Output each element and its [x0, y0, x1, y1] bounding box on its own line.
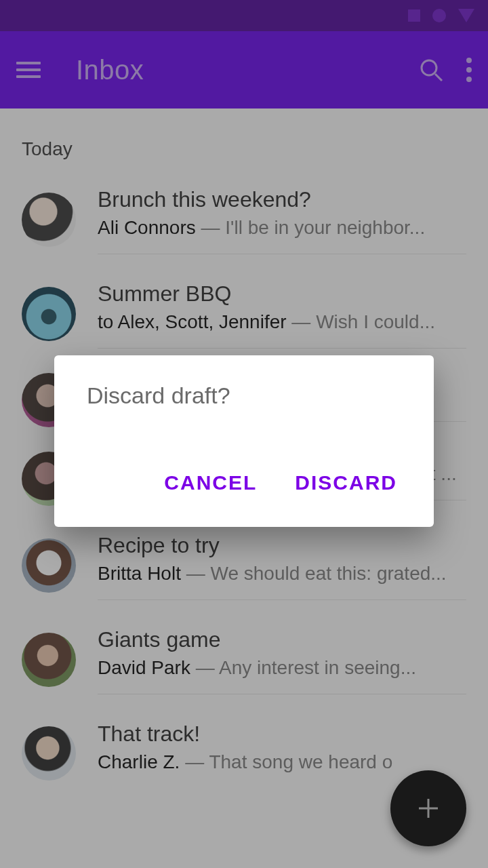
dialog-title: Discard draft?	[87, 382, 407, 409]
discard-dialog: Discard draft? CANCEL DISCARD	[54, 355, 434, 527]
dialog-actions: CANCEL DISCARD	[87, 458, 407, 515]
screen: Inbox Today Brunch this weekend? Ali Con…	[0, 0, 488, 868]
cancel-button[interactable]: CANCEL	[160, 465, 261, 501]
discard-button[interactable]: DISCARD	[291, 465, 401, 501]
